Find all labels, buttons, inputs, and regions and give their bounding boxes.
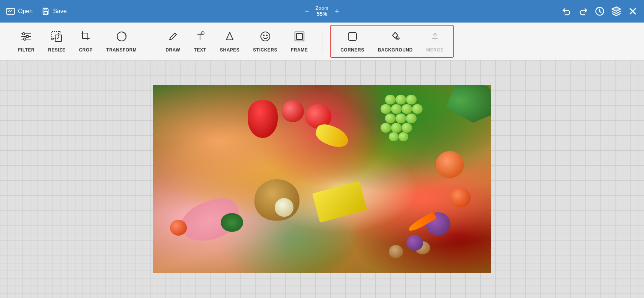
zoom-out-button[interactable]: − xyxy=(305,7,310,15)
svg-point-18 xyxy=(263,35,265,36)
grapes xyxy=(378,95,430,144)
svg-line-12 xyxy=(83,33,89,40)
save-icon xyxy=(42,7,50,15)
shapes-icon xyxy=(223,30,236,44)
stickers-tool[interactable]: STICKERS xyxy=(246,27,284,56)
text-icon: + xyxy=(194,30,206,44)
tomato-3 xyxy=(170,220,187,236)
open-icon xyxy=(6,7,15,16)
header-right xyxy=(561,6,638,17)
canvas-image xyxy=(153,85,491,273)
toolbar-group-selected: CORNERS BACKGROUND MERGE xyxy=(330,25,454,58)
extra-plum xyxy=(406,235,423,251)
toolbar-divider-1 xyxy=(151,30,151,53)
toolbar-divider-2 xyxy=(322,30,322,53)
stickers-icon xyxy=(259,30,272,44)
resize-label: RESIZE xyxy=(48,47,65,53)
transform-label: TRANSFORM xyxy=(106,47,137,53)
filter-tool[interactable]: FILTER xyxy=(11,27,41,56)
svg-rect-21 xyxy=(296,33,302,39)
background-label: BACKGROUND xyxy=(378,47,413,53)
header-left: Open Save xyxy=(6,7,67,16)
undo-button[interactable] xyxy=(561,6,572,17)
herb xyxy=(221,213,243,232)
resize-tool[interactable]: RESIZE xyxy=(41,27,72,56)
zoom-block: − Zoom 55% + xyxy=(305,6,339,17)
draw-tool[interactable]: DRAW xyxy=(159,27,187,56)
close-button[interactable] xyxy=(627,6,638,17)
merge-tool[interactable]: MERGE xyxy=(420,27,451,56)
toolbar-group-1: FILTER RESIZE CROP xyxy=(11,27,143,56)
layers-button[interactable] xyxy=(611,6,621,17)
crop-tool[interactable]: CROP xyxy=(72,27,99,56)
header: Open Save xyxy=(0,0,644,23)
redo-icon xyxy=(578,6,588,17)
bread xyxy=(254,179,299,221)
filter-icon xyxy=(20,30,33,44)
text-label: TEXT xyxy=(194,47,206,53)
background-tool[interactable]: BACKGROUND xyxy=(371,27,420,56)
garlic xyxy=(275,198,293,217)
zoom-text-label: Zoom xyxy=(316,6,329,11)
shapes-tool[interactable]: SHAPES xyxy=(213,27,246,56)
transform-tool[interactable]: TRANSFORM xyxy=(99,27,143,56)
svg-rect-22 xyxy=(348,32,357,41)
merge-icon xyxy=(429,30,441,44)
filter-label: FILTER xyxy=(18,47,35,53)
merge-label: MERGE xyxy=(426,47,444,53)
toolbar: FILTER RESIZE CROP xyxy=(0,23,644,60)
history-icon xyxy=(594,6,605,17)
svg-point-7 xyxy=(23,33,25,35)
shapes-label: SHAPES xyxy=(220,47,239,53)
save-button[interactable]: Save xyxy=(42,7,66,15)
text-tool[interactable]: + TEXT xyxy=(187,27,213,56)
draw-icon xyxy=(167,30,179,44)
zoom-percent: 55% xyxy=(316,11,329,17)
history-button[interactable] xyxy=(594,6,605,17)
crop-label: CROP xyxy=(79,47,93,53)
redo-button[interactable] xyxy=(578,6,588,17)
extra-walnut xyxy=(389,245,403,258)
corners-tool[interactable]: CORNERS xyxy=(334,27,371,56)
peach xyxy=(436,151,464,178)
stickers-label: STICKERS xyxy=(253,47,277,53)
svg-text:+: + xyxy=(202,32,203,35)
corners-label: CORNERS xyxy=(340,47,364,53)
svg-point-19 xyxy=(266,35,268,36)
frame-icon xyxy=(293,30,306,44)
canvas-area xyxy=(0,60,644,298)
transform-icon xyxy=(115,30,128,44)
save-label: Save xyxy=(53,8,66,15)
zoom-in-button[interactable]: + xyxy=(334,7,339,15)
frame-tool[interactable]: FRAME xyxy=(284,27,314,56)
draw-label: DRAW xyxy=(166,47,180,53)
svg-point-9 xyxy=(24,38,26,40)
svg-point-17 xyxy=(261,32,270,41)
pepper xyxy=(248,100,278,138)
close-icon xyxy=(627,6,638,17)
corners-icon xyxy=(346,30,359,44)
open-label: Open xyxy=(18,8,33,15)
svg-rect-2 xyxy=(44,12,48,14)
layers-icon xyxy=(611,6,621,17)
resize-icon xyxy=(50,30,63,44)
svg-marker-16 xyxy=(226,32,233,40)
frame-label: FRAME xyxy=(291,47,308,53)
undo-icon xyxy=(561,6,572,17)
tomato-2 xyxy=(281,100,304,122)
crop-icon xyxy=(80,30,92,44)
toolbar-group-2: DRAW + TEXT SHAPES xyxy=(159,27,314,56)
extra-tomato xyxy=(450,188,471,207)
open-button[interactable]: Open xyxy=(6,7,33,16)
svg-point-8 xyxy=(26,35,29,38)
background-icon xyxy=(389,30,402,44)
